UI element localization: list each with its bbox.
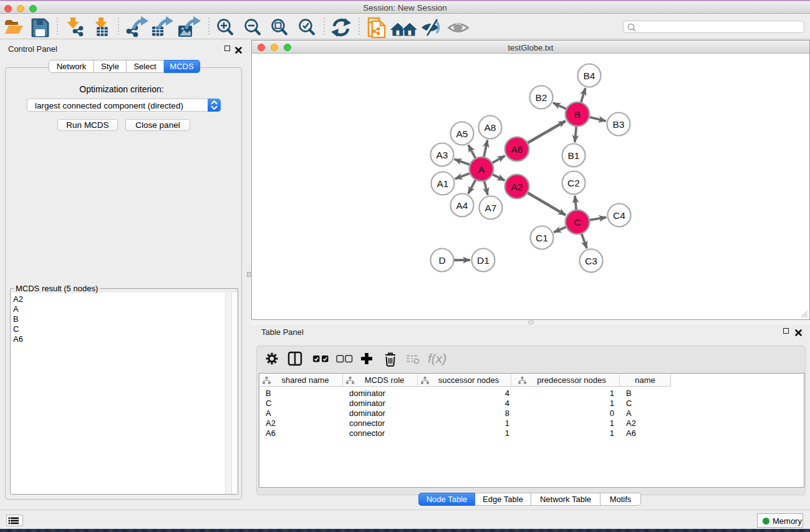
svg-text:A3: A3 — [436, 150, 448, 160]
svg-text:A7: A7 — [485, 203, 497, 213]
svg-text:B2: B2 — [536, 92, 547, 103]
svg-text:A: A — [478, 164, 485, 175]
svg-text:B: B — [574, 109, 581, 120]
svg-text:D: D — [438, 255, 445, 266]
svg-text:B4: B4 — [584, 70, 595, 81]
svg-text:B3: B3 — [613, 119, 625, 130]
svg-text:A5: A5 — [456, 128, 468, 139]
svg-text:B1: B1 — [568, 150, 580, 161]
svg-text:A4: A4 — [456, 200, 468, 211]
svg-text:C4: C4 — [613, 210, 625, 221]
svg-text:D1: D1 — [477, 255, 489, 266]
svg-text:A8: A8 — [485, 122, 496, 133]
svg-text:f(x): f(x) — [428, 351, 446, 365]
svg-text:C: C — [574, 217, 581, 228]
svg-text:A1: A1 — [437, 178, 449, 189]
svg-text:A2: A2 — [511, 181, 523, 192]
svg-text:C1: C1 — [536, 233, 548, 243]
svg-text:C2: C2 — [567, 178, 580, 188]
svg-text:C3: C3 — [585, 256, 597, 266]
svg-text:A6: A6 — [511, 144, 523, 155]
